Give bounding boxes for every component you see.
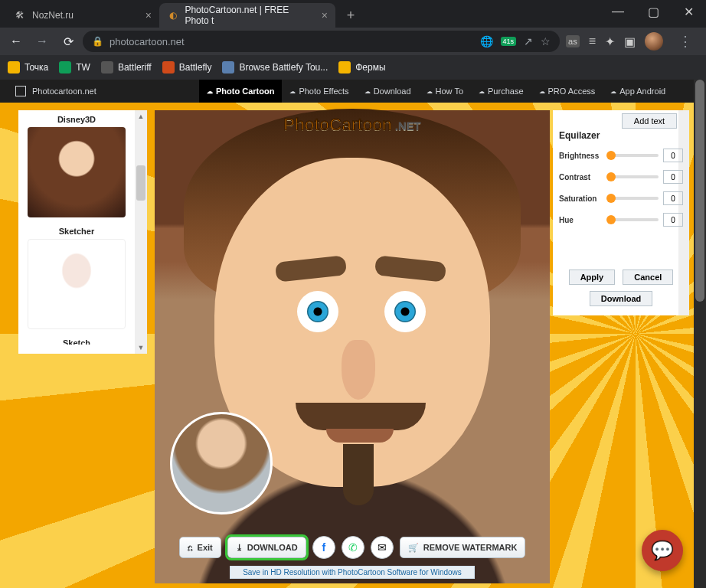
scroll-thumb[interactable] <box>695 80 704 302</box>
filter-thumb <box>28 127 126 217</box>
slider-track[interactable] <box>608 175 659 178</box>
cloud-icon: ☁ <box>289 88 296 95</box>
watermark-text: PhotoCartoon .NET <box>283 115 421 135</box>
exit-button[interactable]: ⎌ Exit <box>179 537 221 558</box>
button-label: REMOVE WATERMARK <box>423 543 518 552</box>
timer-badge[interactable]: 41s <box>501 37 517 46</box>
filter-thumb <box>28 239 126 329</box>
close-icon[interactable]: × <box>322 9 328 21</box>
slider-saturation[interactable]: Saturation 0 <box>559 191 683 205</box>
site-brand[interactable]: Photocartoon.net <box>0 86 199 96</box>
bookmark-item[interactable]: Точка <box>8 61 48 74</box>
site-nav: ☁Photo Cartoon ☁Photo Effects ☁Download … <box>199 80 673 103</box>
slider-track[interactable] <box>608 154 659 157</box>
nav-label: Download <box>374 87 411 96</box>
filter-card-sketch[interactable]: Sketch <box>18 334 135 345</box>
nav-label: Photo Effects <box>299 87 348 96</box>
scroll-down-icon[interactable]: ▼ <box>135 341 147 354</box>
slider-value[interactable]: 0 <box>663 170 683 184</box>
slider-value[interactable]: 0 <box>663 149 683 162</box>
nav-pro[interactable]: ☁PRO Access <box>531 80 603 103</box>
bookmark-item[interactable]: Battlefly <box>162 61 212 74</box>
reload-button[interactable]: ⟳ <box>57 30 80 53</box>
logo-icon <box>15 86 26 96</box>
cartoon-eye <box>297 291 338 332</box>
sidepanel-icon[interactable]: ▣ <box>624 34 636 49</box>
ext-icon[interactable]: ≡ <box>589 34 596 48</box>
remove-watermark-button[interactable]: 🛒 REMOVE WATERMARK <box>400 537 526 558</box>
close-button[interactable]: ✕ <box>671 0 706 23</box>
close-icon[interactable]: × <box>145 9 152 21</box>
page-viewport: Photocartoon.net ☁Photo Cartoon ☁Photo E… <box>0 80 706 588</box>
cartoon-eye <box>384 291 426 332</box>
nav-label: How To <box>436 87 463 96</box>
omnibox[interactable]: 🔒 photocartoon.net 🌐 41s ↗ ☆ <box>83 31 560 52</box>
bookmark-item[interactable]: TW <box>59 61 90 74</box>
equalizer-title: Equilazer <box>559 130 600 141</box>
filter-card-sketcher[interactable]: Sketcher <box>18 222 135 334</box>
kebab-menu-icon[interactable]: ⋮ <box>672 33 698 50</box>
button-label: Exit <box>198 543 213 552</box>
nav-download[interactable]: ☁Download <box>357 80 419 103</box>
nav-purchase[interactable]: ☁Purchase <box>471 80 531 103</box>
slider-track[interactable] <box>608 218 659 221</box>
cart-icon: 🛒 <box>408 543 419 553</box>
window-controls: — ▢ ✕ <box>600 0 706 28</box>
nav-label: App Android <box>619 87 665 96</box>
filter-card-disney3d[interactable]: Disney3D <box>18 110 135 222</box>
download-button[interactable]: ⤓ DOWNLOAD <box>227 537 306 558</box>
bookmark-item[interactable]: Browse Battlefy Tou... <box>222 61 328 74</box>
forward-button[interactable]: → <box>31 30 54 53</box>
nav-howto[interactable]: ☁How To <box>419 80 471 103</box>
bookmark-item[interactable]: Фермы <box>338 61 385 74</box>
new-tab-button[interactable]: + <box>340 5 361 26</box>
slider-hue[interactable]: Hue 0 <box>559 213 683 227</box>
share-icon[interactable]: ↗ <box>524 35 533 47</box>
tab-photocartoon[interactable]: ◐ PhotoCartoon.net | FREE Photo t × <box>159 3 335 28</box>
back-button[interactable]: ← <box>5 30 28 53</box>
cartoon-goatee <box>343 444 374 505</box>
email-share-button[interactable]: ✉ <box>371 536 394 559</box>
add-text-button[interactable]: Add text <box>622 113 677 129</box>
hd-hint[interactable]: Save in HD Resolution with PhotoCartoon … <box>230 566 475 579</box>
apply-button[interactable]: Apply <box>569 270 616 285</box>
bookmarks-bar: Точка TW Battleriff Battlefly Browse Bat… <box>0 55 706 80</box>
extensions-icon[interactable]: ✦ <box>605 34 615 49</box>
cloud-icon: ☁ <box>364 88 371 95</box>
tab-noznet[interactable]: 🛠 NozNet.ru × <box>6 3 159 28</box>
scroll-thumb[interactable] <box>136 165 145 201</box>
ext-icon[interactable]: as <box>566 35 580 47</box>
bookmark-star-icon[interactable]: ☆ <box>541 35 551 47</box>
slider-label: Contrast <box>559 173 603 181</box>
page-scrollbar[interactable] <box>694 80 706 588</box>
cancel-button[interactable]: Cancel <box>623 270 673 285</box>
cloud-icon: ☁ <box>427 88 433 95</box>
nav-photo-cartoon[interactable]: ☁Photo Cartoon <box>199 80 282 103</box>
slider-value[interactable]: 0 <box>663 213 683 227</box>
download-button[interactable]: Download <box>590 291 653 306</box>
bookmark-item[interactable]: Battleriff <box>101 61 152 74</box>
chat-fab[interactable]: 💬 <box>642 530 683 571</box>
original-photo-thumb[interactable] <box>170 412 273 514</box>
url-text: photocartoon.net <box>109 36 185 47</box>
result-canvas: PhotoCartoon .NET ⎌ Exit ⤓ DOWNLOAD f ✆ … <box>155 110 550 583</box>
translate-icon[interactable]: 🌐 <box>480 35 493 47</box>
scroll-up-icon[interactable]: ▲ <box>135 110 147 122</box>
nav-android[interactable]: ☁App Android <box>603 80 673 103</box>
minimize-button[interactable]: — <box>600 0 636 23</box>
filter-scrollbar[interactable]: ▲ ▼ <box>135 110 147 354</box>
nav-photo-effects[interactable]: ☁Photo Effects <box>282 80 356 103</box>
slider-brightness[interactable]: Brightness 0 <box>559 149 683 162</box>
maximize-button[interactable]: ▢ <box>636 0 671 23</box>
slider-value[interactable]: 0 <box>663 191 683 205</box>
facebook-share-button[interactable]: f <box>312 536 335 559</box>
filter-title: Sketch <box>18 338 135 345</box>
equalizer-panel: Add text Equilazer Brightness 0 Contrast… <box>553 110 689 315</box>
slider-track[interactable] <box>608 197 659 200</box>
slider-contrast[interactable]: Contrast 0 <box>559 170 683 184</box>
nav-label: Photo Cartoon <box>216 87 274 96</box>
sheets-icon <box>59 61 71 74</box>
profile-avatar[interactable] <box>645 32 663 51</box>
filter-title: Disney3D <box>18 115 135 124</box>
whatsapp-share-button[interactable]: ✆ <box>342 536 364 559</box>
